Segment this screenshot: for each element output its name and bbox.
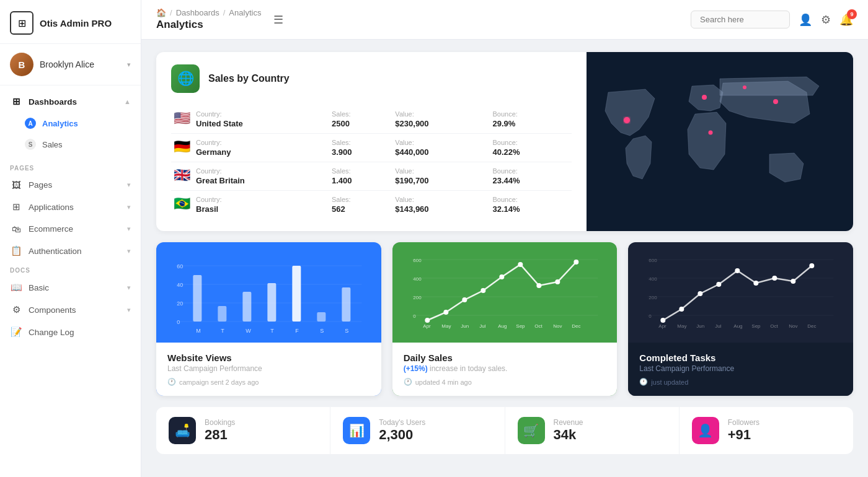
svg-text:200: 200 [649,295,658,300]
daily-sales-info: Daily Sales (+15%) increase in today sal… [392,343,618,396]
svg-text:Apr: Apr [423,323,431,329]
svg-rect-14 [342,287,350,322]
svg-rect-8 [193,275,202,322]
sidebar-item-authentication[interactable]: 📋 Authentication ▾ [0,240,141,262]
table-row: 🇺🇸 Country: United State Sales: 2500 Val… [171,105,572,134]
svg-point-62 [773,276,777,281]
stat-label: Revenue [554,418,583,427]
stat-label: Followers [728,418,760,427]
sidebar-user[interactable]: B Brooklyn Alice ▾ [0,44,141,85]
dashboards-chevron-icon: ▲ [124,98,131,105]
svg-text:Jun: Jun [697,323,705,329]
stat-value: 34k [554,427,583,443]
svg-point-32 [462,297,467,302]
sidebar-item-components-label: Components [29,305,76,315]
svg-text:20: 20 [177,300,183,307]
breadcrumb-dashboards: Dashboards [176,8,219,17]
sidebar-item-analytics-label: Analytics [42,119,78,128]
daily-sales-subtitle: (+15%) increase in today sales. [404,364,606,373]
svg-text:Jul: Jul [715,323,722,329]
stat-value: 281 [205,427,235,443]
sidebar-logo: ⊞ Otis Admin PRO [0,0,141,44]
components-chevron-icon: ▾ [127,306,131,314]
website-views-meta: 🕐 campaign sent 2 days ago [167,378,370,386]
sidebar-item-analytics[interactable]: A Analytics [0,113,141,134]
user-chevron-icon: ▾ [127,61,131,69]
sidebar-item-components[interactable]: ⚙ Components ▾ [0,299,141,321]
svg-text:40: 40 [177,282,183,288]
svg-text:May: May [678,323,687,329]
sales-header: 🌐 Sales by Country [171,64,572,93]
svg-point-30 [425,318,430,323]
sidebar-item-ecommerce-label: Ecommerce [29,224,73,234]
applications-chevron-icon: ▾ [127,203,131,211]
stat-value: +91 [728,427,760,443]
charts-row: 60 40 20 0 M T [156,242,853,396]
svg-text:400: 400 [413,276,422,282]
content-area: 🌐 Sales by Country 🇺🇸 Country: United St… [141,40,868,477]
svg-text:600: 600 [649,258,658,263]
completed-tasks-title: Completed Tasks [639,352,842,363]
svg-text:May: May [441,323,451,329]
sales-title: Sales by Country [208,73,290,84]
stat-card: 👤 Followers +91 [680,407,853,454]
menu-icon[interactable]: ☰ [273,13,283,27]
svg-text:F: F [295,328,299,334]
daily-sales-card: 600 400 200 0 [392,242,618,396]
svg-text:Dec: Dec [572,323,580,329]
sales-table-area: 🌐 Sales by Country 🇺🇸 Country: United St… [156,52,587,231]
svg-point-61 [754,281,759,286]
sidebar-item-sales[interactable]: S Sales [0,134,141,155]
svg-text:Nov: Nov [553,323,562,329]
svg-text:W: W [246,328,251,334]
map-dot-africa [709,130,713,134]
svg-text:T: T [270,328,274,334]
breadcrumb-block: 🏠 / Dashboards / Analytics Analytics [156,8,261,31]
stat-card: 🛋️ Bookings 281 [156,407,330,454]
sidebar-item-pages[interactable]: 🖼 Pages ▾ [0,174,141,196]
notifications-icon[interactable]: 🔔 9 [839,13,853,27]
nav-dashboards-section: ⊞ Dashboards ▲ A Analytics S Sales [0,85,141,160]
svg-text:600: 600 [413,258,422,263]
sidebar-item-dashboards-label: Dashboards [29,97,77,107]
svg-point-34 [499,274,504,279]
stat-label: Bookings [205,418,235,427]
sales-by-country-card: 🌐 Sales by Country 🇺🇸 Country: United St… [156,52,853,231]
completed-tasks-card: 600 400 200 0 [628,242,853,396]
svg-point-35 [518,262,523,267]
svg-point-33 [480,288,485,293]
svg-text:T: T [221,328,224,334]
settings-icon[interactable]: ⚙ [821,13,831,27]
website-views-card: 60 40 20 0 M T [156,242,381,396]
sidebar-item-basic[interactable]: 📖 Basic ▾ [0,276,141,299]
svg-text:Sep: Sep [516,323,525,329]
components-icon: ⚙ [10,304,22,315]
sidebar-item-changelog[interactable]: 📝 Change Log [0,321,141,343]
world-map-svg [590,74,850,210]
svg-text:200: 200 [413,295,422,300]
svg-text:M: M [196,328,201,334]
ecommerce-icon: 🛍 [10,224,22,234]
svg-text:0: 0 [649,313,652,319]
changelog-icon: 📝 [10,326,22,338]
sales-dot: S [25,139,36,150]
svg-text:Dec: Dec [808,323,817,329]
svg-point-64 [810,263,815,268]
map-dot-europe [702,95,707,100]
search-input[interactable] [691,11,790,28]
svg-text:Apr: Apr [659,323,667,329]
website-views-title: Website Views [167,352,370,363]
sidebar-item-applications[interactable]: ⊞ Applications ▾ [0,196,141,218]
analytics-dot: A [25,118,36,129]
sidebar-item-ecommerce[interactable]: 🛍 Ecommerce ▾ [0,218,141,240]
svg-rect-10 [242,292,251,322]
country-table: 🇺🇸 Country: United State Sales: 2500 Val… [171,105,572,219]
world-map-area [587,52,853,231]
stats-row: 🛋️ Bookings 281 📊 Today's Users 2,300 🛒 … [156,407,853,454]
user-profile-icon[interactable]: 👤 [799,13,812,27]
svg-text:0: 0 [177,319,180,325]
breadcrumb-current: Analytics [229,8,261,17]
user-name: Brooklyn Alice [40,59,121,69]
svg-text:Oct: Oct [771,323,779,329]
sidebar-item-dashboards[interactable]: ⊞ Dashboards ▲ [0,90,141,113]
